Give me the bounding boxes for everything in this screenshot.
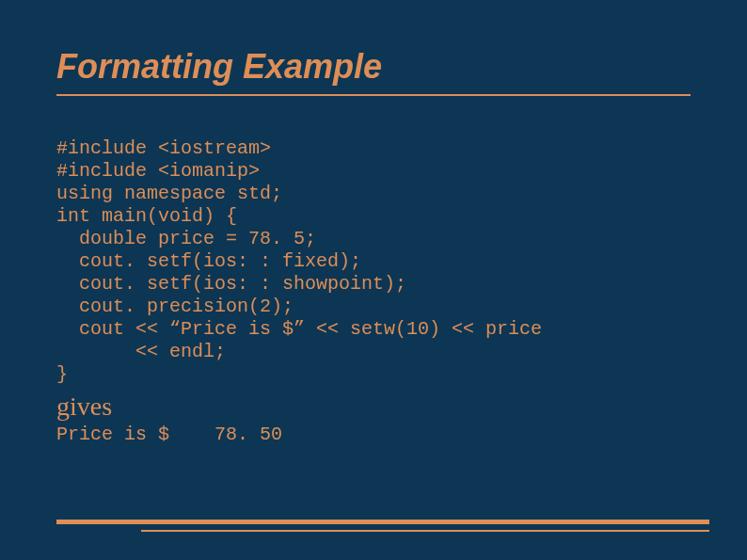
code-block: #include <iostream> #include <iomanip> u… [56,137,691,386]
code-line: cout << “Price is $” << setw(10) << pric… [56,318,542,340]
code-line: #include <iostream> [56,137,271,159]
title-underline [56,94,691,96]
slide: Formatting Example #include <iostream> #… [0,0,747,560]
bottom-rule-thin [141,530,709,532]
gives-label: gives [56,392,691,422]
code-line: using namespace std; [56,183,282,204]
code-line: cout. setf(ios: : showpoint); [56,273,406,295]
code-line: } [56,363,68,385]
code-line: int main(void) { [56,205,237,227]
code-line: #include <iomanip> [56,160,260,182]
code-line: double price = 78. 5; [56,228,316,249]
code-line: cout. setf(ios: : fixed); [56,250,361,272]
code-line: << endl; [56,341,226,362]
program-output: Price is $ 78. 50 [56,424,691,445]
bottom-rule-thick [56,520,709,524]
slide-title: Formatting Example [56,47,691,87]
code-line: cout. precision(2); [56,296,294,317]
